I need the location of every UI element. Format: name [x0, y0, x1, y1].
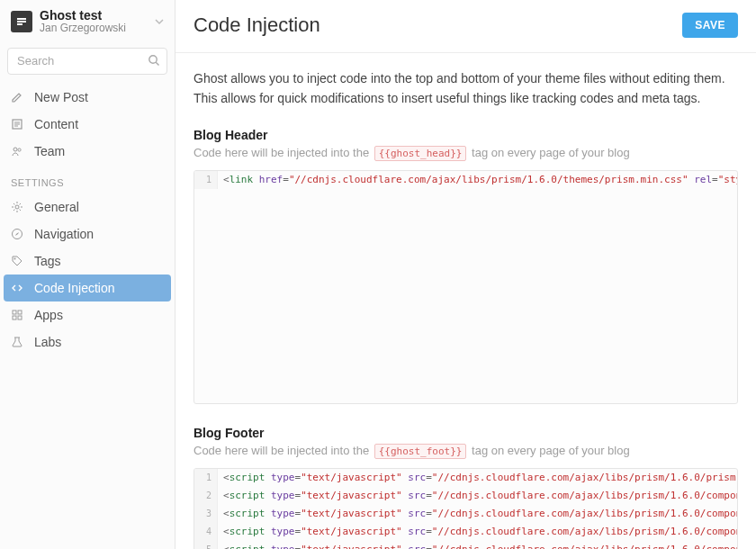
footer-help-suffix: tag on every page of your blog: [472, 444, 630, 457]
sidebar: Ghost test Jan Grzegorowski New PostCont…: [0, 0, 176, 549]
svg-rect-1: [17, 21, 26, 22]
site-user: Jan Grzegorowski: [40, 22, 126, 34]
search-icon: [148, 54, 160, 67]
nav-main: New PostContentTeam: [0, 84, 175, 165]
ghost-head-tag: {{ghost_head}}: [374, 146, 467, 161]
code-line[interactable]: <script type="text/javascript" src="//cd…: [218, 487, 737, 505]
code-line[interactable]: <script type="text/javascript" src="//cd…: [218, 505, 737, 523]
sidebar-item-navigation[interactable]: Navigation: [0, 220, 175, 248]
footer-code-editor[interactable]: 1<script type="text/javascript" src="//c…: [194, 468, 738, 549]
line-number: 1: [194, 469, 218, 487]
svg-rect-0: [17, 18, 26, 20]
line-number: 3: [194, 505, 218, 523]
chevron-down-icon: [155, 17, 164, 26]
search-box: [7, 48, 167, 75]
header-code-editor[interactable]: 1<link href="//cdnjs.cloudflare.com/ajax…: [194, 170, 738, 404]
sidebar-item-label: New Post: [34, 90, 88, 104]
nav-settings: GeneralNavigationTagsCode InjectionAppsL…: [0, 194, 175, 356]
sidebar-item-label: Code Injection: [34, 281, 115, 295]
code-line[interactable]: <script type="text/javascript" src="//cd…: [218, 523, 737, 541]
line-number: 4: [194, 523, 218, 541]
sidebar-item-apps[interactable]: Apps: [0, 302, 175, 328]
sidebar-item-label: Apps: [34, 308, 63, 322]
code-line[interactable]: <script type="text/javascript" src="//cd…: [218, 469, 737, 487]
svg-line-4: [156, 62, 158, 65]
line-number: 1: [194, 171, 218, 189]
code-row: 1<script type="text/javascript" src="//c…: [194, 469, 737, 487]
sidebar-item-new-post[interactable]: New Post: [0, 84, 175, 111]
sidebar-item-tags[interactable]: Tags: [0, 248, 175, 274]
sidebar-item-label: Content: [34, 117, 78, 131]
team-icon: [11, 145, 27, 158]
save-button[interactable]: SAVE: [682, 13, 738, 38]
content-area: Ghost allows you to inject code into the…: [176, 53, 756, 549]
sidebar-item-label: Team: [34, 144, 65, 158]
site-name: Ghost test: [40, 9, 126, 22]
header-help-suffix: tag on every page of your blog: [472, 146, 630, 159]
compass-icon: [11, 228, 27, 240]
code-row: 4<script type="text/javascript" src="//c…: [194, 523, 737, 541]
pencil-icon: [11, 91, 27, 104]
code-line[interactable]: <script type="text/javascript" src="//cd…: [218, 541, 737, 549]
content-icon: [11, 118, 27, 130]
svg-rect-16: [13, 316, 16, 320]
gear-icon: [11, 201, 27, 213]
apps-icon: [11, 309, 27, 321]
sidebar-item-label: Tags: [34, 254, 61, 268]
svg-point-11: [15, 205, 19, 209]
header-section-help: Code here will be injected into the {{gh…: [194, 146, 738, 161]
ghost-foot-tag: {{ghost_foot}}: [374, 444, 467, 459]
code-row: 5<script type="text/javascript" src="//c…: [194, 541, 737, 549]
code-row: 2<script type="text/javascript" src="//c…: [194, 487, 737, 505]
svg-point-9: [14, 148, 17, 151]
code-line[interactable]: <link href="//cdnjs.cloudflare.com/ajax/…: [218, 171, 737, 189]
code-icon: [11, 282, 27, 294]
footer-help-prefix: Code here will be injected into the: [194, 444, 373, 457]
sidebar-item-content[interactable]: Content: [0, 111, 175, 138]
site-logo: [11, 11, 32, 32]
svg-point-10: [18, 148, 21, 150]
app-root: Ghost test Jan Grzegorowski New PostCont…: [0, 0, 756, 549]
search-input[interactable]: [7, 48, 167, 75]
topbar: Code Injection SAVE: [176, 0, 756, 53]
code-row: 3<script type="text/javascript" src="//c…: [194, 505, 737, 523]
svg-rect-15: [18, 310, 22, 314]
svg-point-13: [14, 257, 16, 259]
site-switcher[interactable]: Ghost test Jan Grzegorowski: [0, 0, 175, 42]
svg-rect-14: [13, 310, 16, 314]
footer-section-label: Blog Footer: [194, 426, 738, 440]
main: Code Injection SAVE Ghost allows you to …: [176, 0, 756, 549]
sidebar-item-label: Navigation: [34, 227, 94, 241]
sidebar-item-team[interactable]: Team: [0, 138, 175, 165]
intro-text: Ghost allows you to inject code into the…: [194, 69, 738, 108]
code-row: 1<link href="//cdnjs.cloudflare.com/ajax…: [194, 171, 737, 189]
sidebar-item-code-injection[interactable]: Code Injection: [4, 274, 171, 302]
sidebar-item-label: General: [34, 200, 79, 214]
line-number: 2: [194, 487, 218, 505]
header-help-prefix: Code here will be injected into the: [194, 146, 373, 159]
page-title: Code Injection: [194, 14, 320, 37]
sidebar-item-label: Labs: [34, 335, 61, 349]
line-number: 5: [194, 541, 218, 549]
nav-settings-header: SETTINGS: [0, 165, 175, 194]
labs-icon: [11, 336, 27, 348]
tag-icon: [11, 255, 27, 267]
svg-point-3: [149, 55, 157, 62]
svg-rect-2: [17, 23, 22, 25]
sidebar-item-labs[interactable]: Labs: [0, 328, 175, 356]
header-section-label: Blog Header: [194, 128, 738, 142]
sidebar-item-general[interactable]: General: [0, 194, 175, 220]
svg-rect-17: [18, 316, 22, 320]
footer-section-help: Code here will be injected into the {{gh…: [194, 444, 738, 459]
